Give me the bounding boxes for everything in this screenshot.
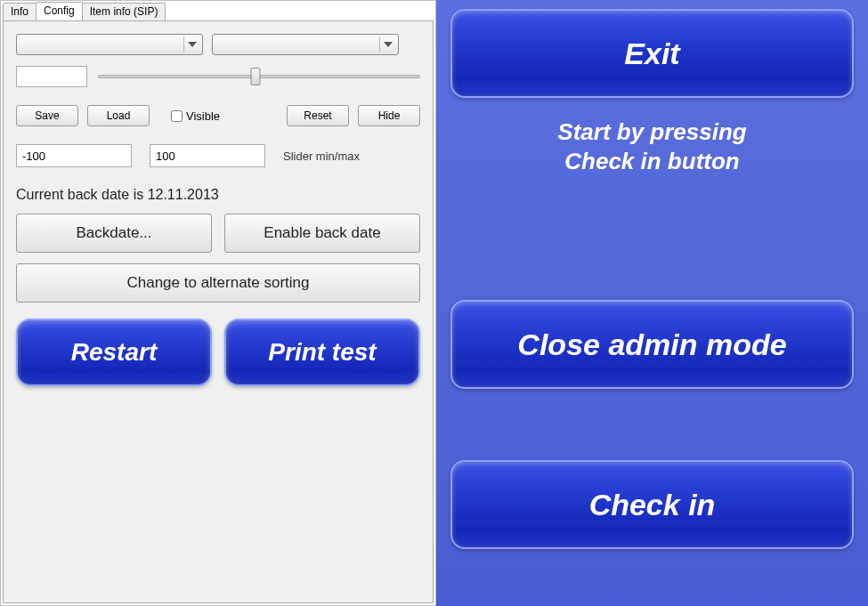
hide-button[interactable]: Hide — [358, 105, 420, 126]
close-admin-button[interactable]: Close admin mode — [450, 300, 854, 389]
visible-checkbox[interactable]: Visible — [167, 108, 220, 125]
config-panel: Info Config Item info (SIP) Save Load — [0, 0, 436, 606]
combo-1[interactable] — [16, 34, 203, 55]
backdate-status: Current back date is 12.11.2013 — [16, 187, 219, 203]
slider-max-input[interactable] — [150, 144, 265, 167]
tab-info[interactable]: Info — [3, 3, 37, 20]
check-in-button[interactable]: Check in — [450, 460, 854, 549]
slider-min-input[interactable] — [16, 144, 132, 167]
restart-button[interactable]: Restart — [16, 319, 212, 386]
alternate-sorting-button[interactable]: Change to alternate sorting — [16, 263, 420, 303]
slider-minmax-label: Slider min/max — [283, 149, 360, 163]
exit-button[interactable]: Exit — [450, 9, 854, 98]
visible-label: Visible — [186, 109, 220, 123]
config-tab-body: Save Load Visible Reset Hide Slider min/… — [3, 20, 434, 603]
load-button[interactable]: Load — [87, 105, 150, 126]
print-test-button[interactable]: Print test — [224, 319, 420, 386]
hint-line-2: Check in button — [445, 147, 859, 176]
tab-item-info[interactable]: Item info (SIP) — [82, 3, 166, 20]
hint-text: Start by pressing Check in button — [445, 117, 859, 175]
backdate-button[interactable]: Backdate... — [16, 214, 212, 253]
slider[interactable] — [98, 66, 420, 87]
tab-strip: Info Config Item info (SIP) — [1, 1, 435, 20]
enable-backdate-button[interactable]: Enable back date — [224, 214, 420, 253]
tab-config[interactable]: Config — [36, 2, 83, 20]
reset-button[interactable]: Reset — [287, 105, 349, 126]
save-button[interactable]: Save — [16, 105, 78, 126]
slider-value-box[interactable] — [16, 66, 87, 87]
slider-thumb[interactable] — [251, 68, 261, 85]
main-action-panel: Exit Start by pressing Check in button C… — [436, 0, 868, 606]
combo-2[interactable] — [212, 34, 399, 55]
hint-line-1: Start by pressing — [445, 117, 859, 147]
